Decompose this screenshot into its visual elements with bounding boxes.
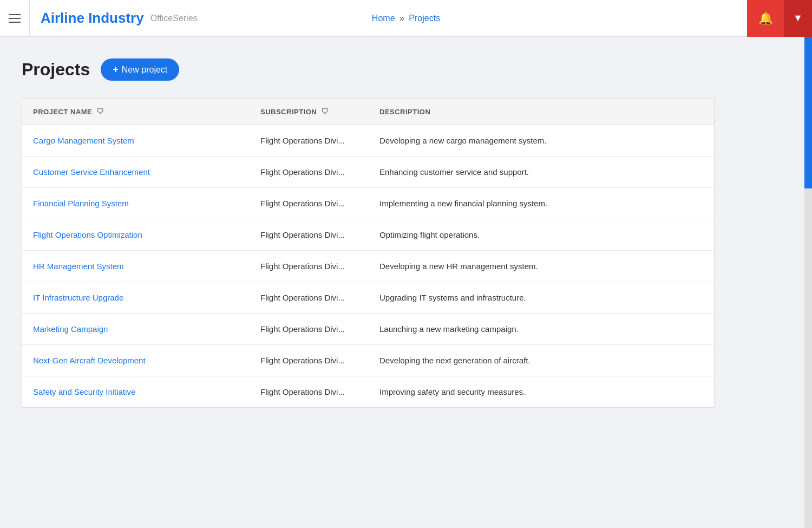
subscription-cell: Flight Operations Divi... (250, 157, 369, 188)
description-cell: Optimizing flight operations. (369, 219, 714, 251)
new-project-label: New project (122, 65, 167, 75)
app-subtitle: OfficeSeries (150, 14, 198, 23)
user-dropdown-button[interactable]: ▼ (784, 0, 812, 37)
project-name-cell: Cargo Management System (22, 125, 250, 157)
description-cell: Upgrading IT systems and infrastructure. (369, 282, 714, 314)
project-name-cell: Next-Gen Aircraft Development (22, 345, 250, 376)
chevron-down-icon: ▼ (793, 12, 803, 24)
projects-table: PROJECT NAME ⛉ SUBSCRIPTION ⛉ DESCRIPTIO… (22, 99, 714, 407)
project-name-cell: Flight Operations Optimization (22, 219, 250, 251)
main-content: Projects + New project PROJECT NAME ⛉ (0, 37, 812, 429)
description-cell: Developing a new cargo management system… (369, 125, 714, 157)
table-row: Financial Planning SystemFlight Operatio… (22, 188, 714, 219)
col-header-subscription: SUBSCRIPTION ⛉ (250, 99, 369, 125)
breadcrumb-separator: » (400, 14, 404, 23)
table-header-row: PROJECT NAME ⛉ SUBSCRIPTION ⛉ DESCRIPTIO… (22, 99, 714, 125)
app-title: Airline Industry (41, 10, 144, 27)
page-header: Projects + New project (22, 58, 786, 81)
project-name-link[interactable]: Cargo Management System (33, 136, 134, 145)
table-row: Flight Operations OptimizationFlight Ope… (22, 219, 714, 251)
project-name-link[interactable]: IT Infrastructure Upgrade (33, 293, 123, 302)
subscription-cell: Flight Operations Divi... (250, 219, 369, 251)
project-name-cell: Financial Planning System (22, 188, 250, 219)
description-cell: Implementing a new financial planning sy… (369, 188, 714, 219)
project-name-link[interactable]: HR Management System (33, 262, 124, 271)
breadcrumb-current[interactable]: Projects (409, 14, 440, 23)
subscription-cell: Flight Operations Divi... (250, 376, 369, 408)
header-actions: 🔔 ▼ (747, 0, 812, 37)
description-cell: Improving safety and security measures. (369, 376, 714, 408)
subscription-cell: Flight Operations Divi... (250, 345, 369, 376)
project-name-cell: Safety and Security Initiative (22, 376, 250, 408)
project-name-filter-icon[interactable]: ⛉ (96, 107, 104, 116)
table-row: Marketing CampaignFlight Operations Divi… (22, 314, 714, 345)
project-name-link[interactable]: Marketing Campaign (33, 324, 108, 334)
col-header-description: DESCRIPTION (369, 99, 714, 125)
table-row: Customer Service EnhancementFlight Opera… (22, 157, 714, 188)
project-name-cell: Customer Service Enhancement (22, 157, 250, 188)
description-cell: Developing the next generation of aircra… (369, 345, 714, 376)
hamburger-menu-icon[interactable] (9, 14, 21, 23)
description-cell: Enhancing customer service and support. (369, 157, 714, 188)
scrollbar-thumb[interactable] (804, 37, 812, 188)
description-cell: Launching a new marketing campaign. (369, 314, 714, 345)
notification-bell-button[interactable]: 🔔 (747, 0, 784, 37)
project-name-link[interactable]: Financial Planning System (33, 199, 129, 208)
scrollbar-track[interactable] (804, 37, 812, 528)
project-name-cell: IT Infrastructure Upgrade (22, 282, 250, 314)
project-name-link[interactable]: Customer Service Enhancement (33, 167, 150, 177)
subscription-cell: Flight Operations Divi... (250, 188, 369, 219)
table-row: Safety and Security InitiativeFlight Ope… (22, 376, 714, 408)
breadcrumb-home[interactable]: Home (372, 14, 395, 23)
app-header: Airline Industry OfficeSeries Home » Pro… (0, 0, 812, 37)
project-name-cell: HR Management System (22, 251, 250, 282)
subscription-cell: Flight Operations Divi... (250, 125, 369, 157)
table-row: Next-Gen Aircraft DevelopmentFlight Oper… (22, 345, 714, 376)
project-name-link[interactable]: Safety and Security Initiative (33, 387, 135, 396)
table-row: HR Management SystemFlight Operations Di… (22, 251, 714, 282)
project-name-link[interactable]: Next-Gen Aircraft Development (33, 356, 146, 365)
subscription-cell: Flight Operations Divi... (250, 251, 369, 282)
subscription-cell: Flight Operations Divi... (250, 282, 369, 314)
subscription-cell: Flight Operations Divi... (250, 314, 369, 345)
header-divider (29, 0, 30, 37)
plus-icon: + (113, 64, 119, 75)
projects-table-container: PROJECT NAME ⛉ SUBSCRIPTION ⛉ DESCRIPTIO… (22, 98, 715, 408)
description-cell: Developing a new HR management system. (369, 251, 714, 282)
new-project-button[interactable]: + New project (101, 58, 179, 81)
table-row: Cargo Management SystemFlight Operations… (22, 125, 714, 157)
page-title: Projects (22, 60, 90, 80)
col-header-project-name: PROJECT NAME ⛉ (22, 99, 250, 125)
project-name-cell: Marketing Campaign (22, 314, 250, 345)
project-name-link[interactable]: Flight Operations Optimization (33, 230, 142, 239)
breadcrumb: Home » Projects (372, 14, 440, 23)
table-row: IT Infrastructure UpgradeFlight Operatio… (22, 282, 714, 314)
subscription-filter-icon[interactable]: ⛉ (321, 107, 329, 116)
bell-icon: 🔔 (758, 11, 773, 25)
